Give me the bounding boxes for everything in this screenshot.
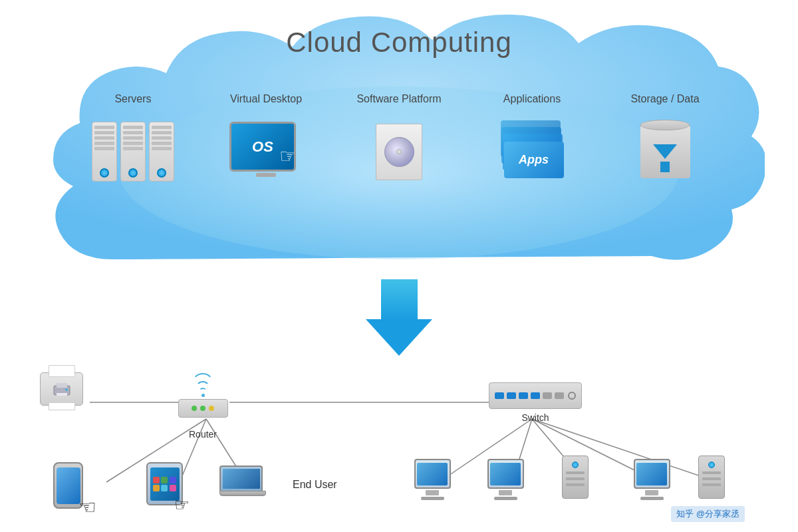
printer-output (49, 402, 75, 410)
connector-arrow (366, 279, 432, 356)
laptop-base (219, 491, 266, 496)
touch-cursor-icon: ☞ (78, 495, 96, 519)
laptop-device (219, 466, 266, 502)
software-platform-label: Software Platform (356, 93, 441, 105)
software-cd-icon (384, 137, 414, 167)
tower-slot-5 (702, 477, 721, 480)
desktop-stand-3 (645, 490, 658, 495)
servers-label: Servers (114, 93, 151, 105)
storage-data-label: Storage / Data (630, 93, 699, 105)
applications-item: Applications Apps (472, 93, 592, 188)
desktop-monitor-2 (487, 459, 524, 489)
applications-label: Applications (503, 93, 561, 105)
mobile-screen (57, 467, 80, 504)
desktop-stand-2 (499, 490, 512, 495)
connector-arrow-head (366, 319, 432, 356)
router-device: Router (176, 376, 229, 440)
tower-power-btn (572, 462, 579, 468)
router-icon (176, 376, 229, 426)
apps-text: Apps (519, 153, 549, 167)
virtual-desktop-icon: OS ☞ (229, 115, 303, 188)
router-body (178, 399, 228, 418)
desktop-icon-2 (485, 459, 525, 509)
servers-icon (92, 115, 174, 188)
servers-item: Servers (73, 93, 193, 188)
cloud-title: Cloud Computing (286, 27, 512, 59)
tower-power-btn-2 (708, 462, 715, 468)
storage-arrow-head (653, 144, 677, 159)
server-unit-2 (120, 122, 146, 182)
tablet-cursor-icon: ☞ (174, 495, 190, 515)
laptop-screen-inner (223, 469, 260, 489)
svg-point-14 (65, 388, 68, 391)
desktop-icon-3 (632, 459, 672, 509)
virtual-desktop-item: Virtual Desktop OS ☞ (206, 93, 326, 188)
desktop-base-3 (640, 497, 664, 500)
svg-line-10 (532, 419, 718, 482)
desktop-stand (426, 490, 439, 495)
switch-label: Switch (521, 412, 549, 423)
cursor-icon: ☞ (279, 144, 296, 168)
tower-icon-2 (698, 456, 725, 499)
vdesktop-stand (256, 173, 276, 177)
desktop-screen (417, 463, 448, 485)
tower-device (562, 456, 589, 499)
connector-arrow-stem (381, 279, 418, 319)
tower-slot-2 (566, 477, 585, 480)
software-platform-item: Software Platform (339, 93, 459, 188)
laptop-icon (219, 466, 266, 502)
software-box (376, 124, 422, 180)
tablet-apps-grid (153, 477, 177, 491)
printer-paper (49, 365, 75, 377)
switch-icon (489, 382, 582, 409)
cd-hole (396, 149, 402, 154)
tablet-device: ☞ (146, 462, 183, 505)
router-label: Router (189, 429, 217, 440)
tower-slot-3 (566, 483, 585, 486)
storage-data-item: Storage / Data (605, 93, 725, 188)
end-user-label-device: End User (293, 475, 337, 491)
storage-arrow-stem (660, 162, 670, 172)
laptop-screen (219, 466, 263, 491)
storage-cylinder (640, 125, 690, 178)
cloud-container: Cloud Computing Servers (33, 7, 765, 286)
svg-rect-13 (57, 393, 67, 396)
desktop-device-3 (632, 459, 672, 509)
tower-icon (562, 456, 589, 499)
os-text: OS (252, 138, 273, 156)
desktop-base-2 (494, 497, 517, 500)
storage-top (640, 120, 690, 130)
server-unit-1 (92, 122, 117, 182)
virtual-desktop-label: Virtual Desktop (230, 93, 302, 105)
desktop-icon-1 (412, 459, 452, 509)
software-platform-icon (372, 115, 426, 188)
tower-slot-6 (702, 483, 721, 486)
apps-layer-4: Apps (504, 142, 564, 178)
applications-icon: Apps (501, 115, 564, 188)
desktop-device-1 (412, 459, 452, 509)
vdesktop-screen: OS ☞ (229, 122, 296, 172)
storage-data-icon (635, 115, 695, 188)
tower-device-2 (698, 456, 725, 499)
watermark: 知乎 @分享家丞 (671, 506, 745, 522)
desktop-device-2 (485, 459, 525, 509)
server-unit-3 (149, 122, 174, 182)
end-user-label: End User (293, 479, 337, 491)
desktop-screen-3 (636, 463, 667, 485)
mobile-device: ☞ (53, 462, 83, 509)
desktop-base (421, 497, 444, 500)
desktop-monitor-3 (634, 459, 670, 489)
desktop-monitor (414, 459, 451, 489)
tower-slot-4 (702, 471, 721, 474)
router-wifi (186, 376, 219, 396)
cloud-items: Servers (66, 93, 732, 188)
printer-device (40, 372, 83, 406)
printer-icon (40, 372, 83, 406)
switch-device: Switch (489, 382, 582, 423)
svg-rect-12 (57, 383, 67, 388)
desktop-screen-2 (490, 463, 521, 485)
tower-slot-1 (566, 471, 585, 474)
